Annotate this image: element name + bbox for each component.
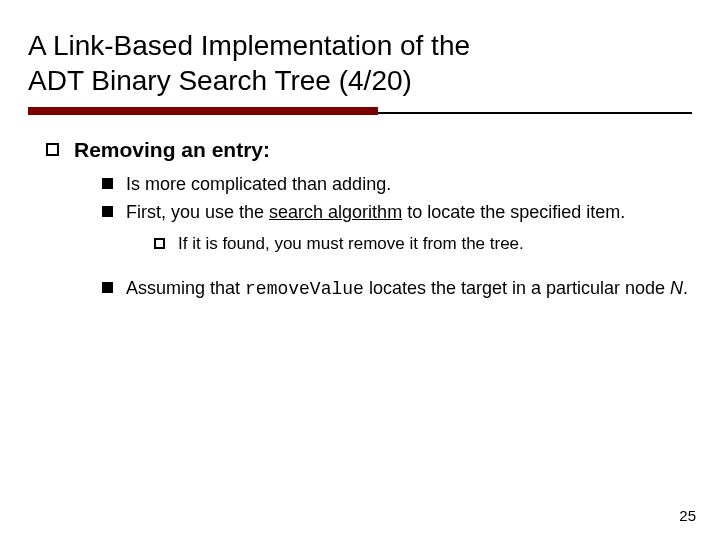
subbullet-3-italic: N [670, 278, 683, 298]
rule-thick [28, 107, 378, 115]
page-number: 25 [679, 507, 696, 524]
subbullet-3-code: removeValue [245, 279, 364, 299]
bullet-1-tail: : [263, 138, 270, 161]
subbullet-2-b: to locate the specified item. [402, 202, 625, 222]
subbullet-1: Is more complicated than adding. [102, 172, 692, 196]
bullet-1-text: Removing an entry: [74, 138, 270, 161]
bullet-list: Removing an entry: Is more complicated t… [28, 138, 692, 301]
slide: A Link-Based Implementation of the ADT B… [0, 0, 720, 540]
title-line-1: A Link-Based Implementation of the [28, 30, 470, 61]
subsublist-1: If it is found, you must remove it from … [126, 233, 692, 256]
subbullet-1-text: Is more complicated than adding. [126, 174, 391, 194]
subbullet-2-a: First, you use the [126, 202, 269, 222]
subsubbullet-1: If it is found, you must remove it from … [154, 233, 692, 256]
sublist-1: Is more complicated than adding. First, … [74, 172, 692, 301]
subbullet-3-c: . [683, 278, 688, 298]
subbullet-3-b: locates the target in a particular node [364, 278, 670, 298]
subbullet-3-a: Assuming that [126, 278, 245, 298]
bullet-1-strong: Removing an entry [74, 138, 263, 161]
subbullet-3: Assuming that removeValue locates the ta… [102, 276, 692, 301]
subsubbullet-1-text: If it is found, you must remove it from … [178, 234, 524, 253]
title-line-2: ADT Binary Search Tree (4/20) [28, 65, 412, 96]
bullet-1: Removing an entry: Is more complicated t… [46, 138, 692, 301]
subbullet-2-underline: search algorithm [269, 202, 402, 222]
title-rule [28, 106, 692, 116]
subbullet-2: First, you use the search algorithm to l… [102, 200, 692, 255]
slide-title: A Link-Based Implementation of the ADT B… [28, 28, 692, 98]
